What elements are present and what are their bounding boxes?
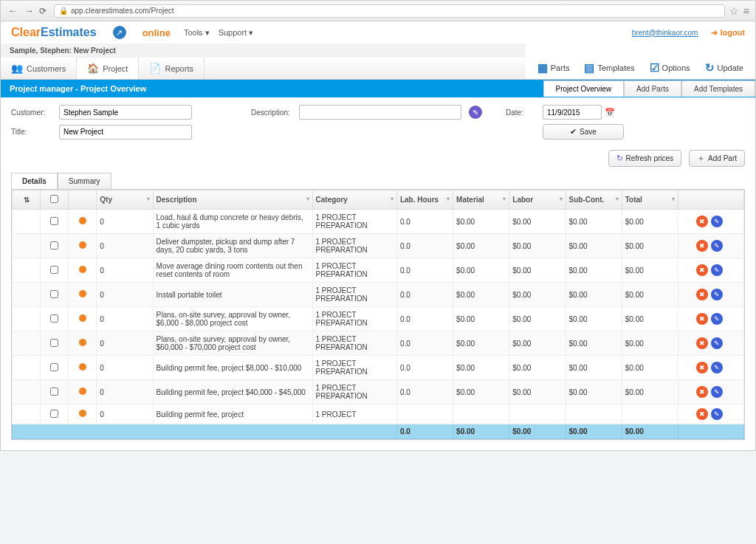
pagetab-addtemplates[interactable]: Add Templates: [681, 80, 755, 97]
row-checkbox[interactable]: [50, 266, 58, 274]
action-options[interactable]: ☑Options: [650, 61, 690, 75]
row-checkbox[interactable]: [50, 410, 58, 418]
subtab-details[interactable]: Details: [11, 173, 58, 189]
cell-total: $0.00: [622, 283, 678, 307]
tab-project[interactable]: 🏠 Project: [77, 58, 139, 79]
cell-lab: [396, 404, 453, 424]
lbl-description: Description:: [251, 109, 292, 117]
cell-qty: 0: [97, 307, 153, 331]
forward-icon[interactable]: →: [23, 5, 35, 17]
action-parts[interactable]: ▦Parts: [537, 61, 570, 75]
add-part-button[interactable]: ＋ Add Part: [689, 150, 745, 167]
edit-row-button[interactable]: ✎: [711, 337, 723, 349]
edit-row-button[interactable]: ✎: [711, 216, 723, 227]
delete-row-button[interactable]: ✖: [696, 362, 708, 373]
table-row: 0Plans, on-site survey, approval by owne…: [13, 307, 744, 331]
col-material[interactable]: Material▾: [453, 190, 509, 210]
cell-description: Deliver dumpster, pickup and dump after …: [153, 234, 312, 258]
templates-icon: ▤: [584, 61, 594, 75]
description-input[interactable]: [299, 105, 461, 120]
row-checkbox[interactable]: [50, 363, 58, 371]
col-category[interactable]: Category▾: [312, 190, 396, 210]
cell-labor: $0.00: [509, 234, 566, 258]
row-checkbox[interactable]: [50, 217, 58, 225]
cell-description: Install portable toilet: [153, 283, 312, 307]
menu-tools[interactable]: Tools ▾: [184, 28, 210, 38]
subtab-summary[interactable]: Summary: [58, 173, 111, 189]
foot-total: $0.00: [622, 424, 678, 439]
delete-row-button[interactable]: ✖: [696, 408, 708, 420]
action-update[interactable]: ↻Update: [705, 61, 743, 75]
menu-support[interactable]: Support ▾: [219, 28, 254, 38]
row-checkbox[interactable]: [50, 339, 58, 347]
delete-row-button[interactable]: ✖: [696, 264, 708, 276]
calendar-icon[interactable]: 📅: [605, 108, 615, 117]
edit-row-button[interactable]: ✎: [711, 313, 723, 325]
bookmark-icon[interactable]: ☆: [729, 5, 739, 17]
refresh-icon: ↻: [616, 154, 623, 163]
table-row: 0Deliver dumpster, pickup and dump after…: [13, 234, 744, 258]
row-checkbox[interactable]: [50, 290, 58, 298]
action-templates[interactable]: ▤Templates: [584, 61, 634, 75]
cell-lab: 0.0: [396, 331, 453, 356]
user-email-link[interactable]: brent@thinkaor.com: [632, 29, 698, 37]
col-labor[interactable]: Labor▾: [509, 190, 566, 210]
tab-reports[interactable]: 📄 Reports: [139, 58, 205, 79]
date-input[interactable]: [543, 105, 602, 120]
cell-lab: 0.0: [396, 210, 453, 234]
cell-qty: 0: [97, 258, 153, 283]
row-checkbox[interactable]: [50, 314, 58, 323]
status-dot-icon: [79, 314, 86, 322]
cell-description: Load, haul & dump concrete or heavy debr…: [153, 210, 312, 234]
project-form: Customer: Description: ✎ Date: 📅 Title: …: [1, 97, 755, 147]
edit-row-button[interactable]: ✎: [711, 408, 723, 420]
logout-button[interactable]: ➜ logout: [711, 28, 745, 38]
col-total[interactable]: Total▾: [622, 190, 678, 210]
app-header: ClearEstimates ↗ online Tools ▾ Support …: [1, 21, 755, 44]
save-button[interactable]: ✔ Save: [543, 124, 624, 140]
browser-menu-icon[interactable]: ≡: [743, 5, 749, 17]
cell-sub: $0.00: [566, 331, 622, 356]
status-dot-icon: [79, 339, 86, 346]
edit-row-button[interactable]: ✎: [711, 240, 723, 252]
row-checkbox[interactable]: [50, 388, 58, 396]
cell-category: 1 PROJECT PREPARATION: [312, 234, 396, 258]
pagetab-overview[interactable]: Project Overview: [543, 80, 625, 97]
edit-row-button[interactable]: ✎: [711, 289, 723, 300]
col-status: [69, 190, 97, 210]
cell-labor: [509, 404, 566, 424]
refresh-prices-button[interactable]: ↻ Refresh prices: [608, 150, 681, 167]
cell-category: 1 PROJECT PREPARATION: [312, 356, 396, 380]
tab-customers[interactable]: 👥 Customers: [1, 58, 77, 79]
foot-sub: $0.00: [566, 424, 622, 439]
title-input[interactable]: [59, 125, 192, 140]
delete-row-button[interactable]: ✖: [696, 240, 708, 252]
pagetab-addparts[interactable]: Add Parts: [624, 80, 681, 97]
col-qty[interactable]: Qty▾: [97, 190, 153, 210]
cell-material: $0.00: [453, 380, 509, 404]
edit-row-button[interactable]: ✎: [711, 362, 723, 373]
address-bar[interactable]: 🔒 app.clearestimates.com/Project: [54, 4, 725, 18]
col-lab[interactable]: Lab. Hours▾: [396, 190, 453, 210]
cell-category: 1 PROJECT: [312, 404, 396, 424]
col-description[interactable]: Description▾: [153, 190, 312, 210]
table-row: 0Install portable toilet1 PROJECT PREPAR…: [13, 283, 744, 307]
delete-row-button[interactable]: ✖: [696, 216, 708, 227]
delete-row-button[interactable]: ✖: [696, 289, 708, 300]
delete-row-button[interactable]: ✖: [696, 386, 708, 398]
edit-description-button[interactable]: ✎: [469, 106, 482, 119]
customer-input[interactable]: [59, 105, 192, 120]
delete-row-button[interactable]: ✖: [696, 337, 708, 349]
edit-row-button[interactable]: ✎: [711, 386, 723, 398]
status-dot-icon: [79, 266, 86, 273]
select-all-checkbox[interactable]: [50, 195, 58, 203]
reload-icon[interactable]: ⟳: [39, 6, 49, 16]
browser-toolbar: ← → ⟳ 🔒 app.clearestimates.com/Project ☆…: [1, 1, 755, 21]
back-icon[interactable]: ←: [7, 5, 18, 17]
col-subcont[interactable]: Sub-Cont.▾: [566, 190, 622, 210]
delete-row-button[interactable]: ✖: [696, 313, 708, 325]
row-checkbox[interactable]: [50, 241, 58, 249]
nav-tabs: 👥 Customers 🏠 Project 📄 Reports: [1, 58, 526, 79]
edit-row-button[interactable]: ✎: [711, 264, 723, 276]
status-dot-icon: [79, 363, 86, 371]
